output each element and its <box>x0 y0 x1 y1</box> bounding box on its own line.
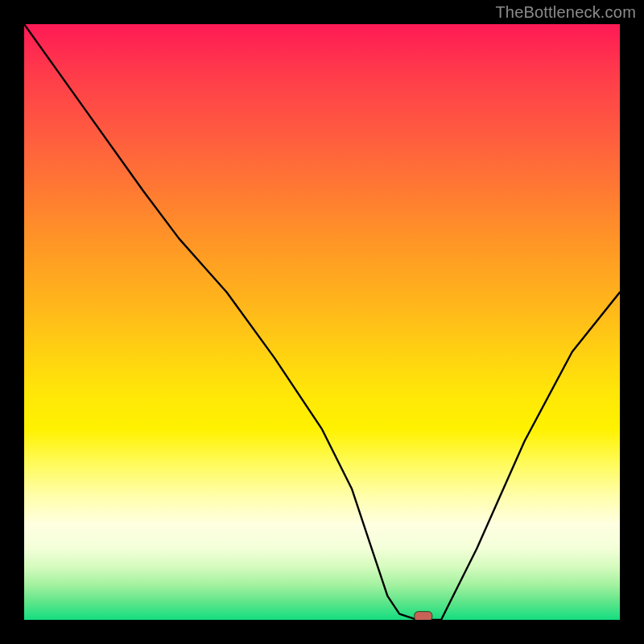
chart-frame: TheBottleneck.com <box>0 0 644 644</box>
watermark-text: TheBottleneck.com <box>495 3 636 22</box>
bottleneck-curve <box>24 24 620 620</box>
optimal-marker <box>415 612 432 620</box>
plot-area <box>24 24 620 620</box>
curve-layer <box>24 24 620 620</box>
